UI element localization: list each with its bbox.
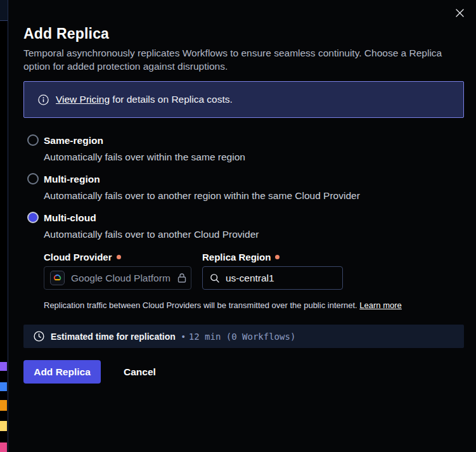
estimate-separator: • — [182, 332, 185, 342]
lock-icon — [177, 273, 187, 283]
pricing-banner-text: View Pricing for details on Replica cost… — [56, 94, 233, 105]
dialog-description: Temporal asynchronously replicates Workf… — [23, 46, 461, 73]
page: Add Replica Temporal asynchronously repl… — [0, 0, 476, 452]
stripe-yellow — [0, 421, 7, 431]
option-label-multi-cloud[interactable]: Multi-cloud — [44, 212, 96, 224]
clock-icon — [34, 331, 44, 342]
option-desc-same-region: Automatically fails over within the same… — [44, 152, 245, 163]
replica-region-label: Replica Region — [202, 252, 280, 262]
search-icon — [210, 273, 220, 283]
stripe-orange — [0, 400, 7, 411]
info-icon — [38, 94, 49, 105]
gcp-logo-icon — [50, 271, 65, 285]
cloud-provider-value: Google Cloud Platform — [71, 273, 170, 284]
backdrop-header-fragment — [0, 0, 8, 21]
add-replica-button[interactable]: Add Replica — [23, 360, 101, 384]
option-label-same-region[interactable]: Same-region — [44, 135, 103, 146]
radio-multi-cloud[interactable] — [27, 212, 39, 223]
pricing-info-banner: View Pricing for details on Replica cost… — [23, 81, 464, 118]
stripe-purple — [0, 362, 7, 371]
replica-region-field[interactable]: us-central1 — [202, 266, 343, 290]
option-desc-multi-region: Automatically fails over to another regi… — [44, 190, 360, 202]
view-pricing-link[interactable]: View Pricing — [56, 94, 110, 105]
estimate-banner: Estimated time for replication • 12 min … — [23, 325, 464, 348]
dialog-title: Add Replica — [23, 25, 109, 42]
required-dot — [275, 255, 280, 259]
estimate-value: 12 min (0 Workflows) — [189, 332, 296, 342]
learn-more-link[interactable]: Learn more — [359, 300, 401, 310]
add-replica-dialog: Add Replica Temporal asynchronously repl… — [8, 0, 476, 452]
cloud-provider-field: Google Cloud Platform — [44, 266, 191, 290]
radio-same-region[interactable] — [27, 134, 39, 146]
stripe-blue — [0, 382, 7, 391]
option-desc-multi-cloud: Automatically fails over to another Clou… — [44, 229, 259, 240]
stripe-pink — [0, 442, 7, 452]
pricing-banner-suffix: for details on Replica costs. — [110, 94, 233, 105]
cloud-provider-label: Cloud Provider — [44, 252, 121, 262]
public-internet-note: Replication traffic between Cloud Provid… — [44, 300, 437, 310]
backdrop-page-edge — [0, 0, 8, 452]
estimate-label: Estimated time for replication — [51, 332, 176, 342]
replica-region-value: us-central1 — [226, 273, 274, 284]
option-label-multi-region[interactable]: Multi-region — [44, 174, 100, 185]
close-icon[interactable] — [453, 6, 466, 20]
radio-multi-region[interactable] — [27, 173, 39, 184]
cancel-button[interactable]: Cancel — [116, 360, 164, 384]
required-dot — [117, 255, 121, 259]
